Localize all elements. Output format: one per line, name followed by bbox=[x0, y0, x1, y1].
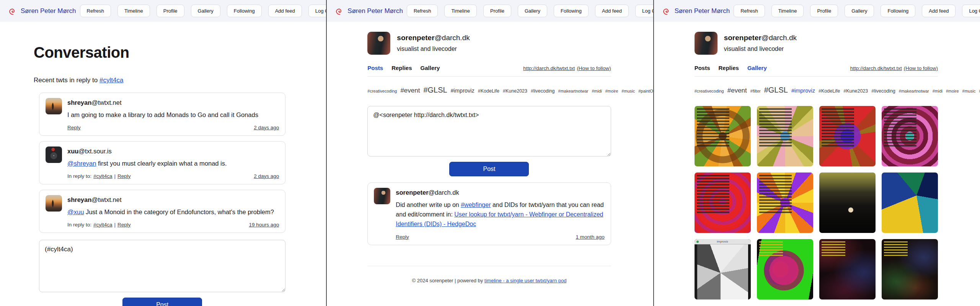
twt-body: shreyan@twtxt.net @xuu Just a Monoid in … bbox=[67, 195, 279, 229]
gallery-image[interactable] bbox=[882, 173, 938, 233]
gallery-image[interactable] bbox=[757, 173, 813, 233]
post-button-row: Post bbox=[39, 298, 285, 306]
nav-addfeed-button[interactable]: Add feed bbox=[268, 5, 302, 17]
gallery-image[interactable] bbox=[757, 106, 813, 166]
nav-timeline-button[interactable]: Timeline bbox=[444, 5, 477, 17]
tag-link[interactable]: #moire bbox=[605, 89, 618, 93]
mention-link[interactable]: @shreyan bbox=[67, 160, 96, 167]
how-to-follow-link[interactable]: (How to follow) bbox=[577, 65, 611, 71]
reply-composer[interactable]: (#cylt4ca) bbox=[39, 240, 285, 292]
nav-profile-button[interactable]: Profile bbox=[483, 5, 511, 17]
nav-following-button[interactable]: Following bbox=[227, 5, 262, 17]
reply-link[interactable]: Reply bbox=[67, 125, 81, 130]
conversation-panel: Søren Peter Mørch Refresh Timeline Profi… bbox=[0, 0, 326, 306]
gallery-grid: improviz bbox=[695, 106, 938, 299]
mention-link[interactable]: @xuu bbox=[67, 208, 84, 215]
brand-link[interactable]: Søren Peter Mørch bbox=[675, 7, 730, 15]
tag-link[interactable]: #makeartnotwar bbox=[558, 89, 589, 93]
tag-link[interactable]: #KodeLife bbox=[478, 88, 499, 94]
avatar bbox=[46, 98, 62, 114]
nav-logout-button[interactable]: Log Out bbox=[962, 5, 980, 17]
post-button[interactable]: Post bbox=[449, 162, 529, 176]
spiral-logo-icon bbox=[335, 7, 344, 15]
tag-link[interactable]: #Kune2023 bbox=[503, 88, 527, 94]
tab-gallery[interactable]: Gallery bbox=[747, 65, 767, 71]
nav-addfeed-button[interactable]: Add feed bbox=[922, 5, 956, 17]
nav-gallery-button[interactable]: Gallery bbox=[191, 5, 220, 17]
timestamp-link[interactable]: 1 month ago bbox=[576, 234, 605, 240]
nav-timeline-button[interactable]: Timeline bbox=[771, 5, 804, 17]
nav-timeline-button[interactable]: Timeline bbox=[117, 5, 150, 17]
tag-link[interactable]: #creativecoding bbox=[695, 89, 724, 93]
code-overlay bbox=[759, 108, 792, 146]
nav-gallery-button[interactable]: Gallery bbox=[518, 5, 547, 17]
tag-link[interactable]: #paintOver bbox=[638, 89, 653, 93]
gallery-image[interactable] bbox=[819, 173, 876, 233]
brand-link[interactable]: Søren Peter Mørch bbox=[21, 7, 76, 15]
post-button[interactable]: Post bbox=[122, 298, 202, 306]
tag-link[interactable]: #Kune2023 bbox=[843, 88, 868, 94]
nav-logout-button[interactable]: Log Out bbox=[308, 5, 326, 17]
timestamp-link[interactable]: 2 days ago bbox=[254, 125, 279, 130]
tag-link[interactable]: #music bbox=[962, 89, 976, 93]
tab-gallery[interactable]: Gallery bbox=[421, 65, 440, 71]
gallery-image[interactable] bbox=[882, 239, 938, 299]
tab-replies[interactable]: Replies bbox=[391, 65, 412, 71]
feed-url-link[interactable]: http://darch.dk/twtxt.txt bbox=[850, 65, 902, 71]
timestamp-link[interactable]: 2 days ago bbox=[254, 173, 279, 179]
reply-link[interactable]: Reply bbox=[117, 222, 131, 228]
tag-link[interactable]: #midi bbox=[592, 89, 602, 93]
tag-link[interactable]: #livecoding bbox=[531, 88, 555, 94]
timestamp-link[interactable]: 19 hours ago bbox=[249, 222, 279, 228]
gallery-image[interactable] bbox=[695, 173, 751, 233]
twt-content: I am going to make a library to add Mona… bbox=[67, 111, 279, 120]
tag-link[interactable]: #event bbox=[400, 87, 420, 94]
tag-link[interactable]: #makeartnotwar bbox=[899, 89, 929, 93]
thread-tag-link[interactable]: #cylt4ca bbox=[99, 76, 123, 84]
gallery-image[interactable] bbox=[757, 239, 813, 299]
gallery-image[interactable] bbox=[819, 239, 876, 299]
nav-gallery-button[interactable]: Gallery bbox=[845, 5, 874, 17]
tab-posts[interactable]: Posts bbox=[695, 65, 710, 71]
reply-link[interactable]: Reply bbox=[117, 173, 131, 179]
nav-profile-button[interactable]: Profile bbox=[157, 5, 184, 17]
tag-link[interactable]: #GLSL bbox=[764, 86, 788, 94]
tag-link[interactable]: #music bbox=[621, 89, 635, 93]
nav-profile-button[interactable]: Profile bbox=[810, 5, 838, 17]
tag-link[interactable]: #improviz bbox=[451, 88, 475, 94]
post-composer[interactable]: @<sorenpeter http://darch.dk/twtxt.txt> bbox=[367, 106, 611, 156]
hashtag-link[interactable]: #webfinger bbox=[461, 202, 491, 208]
profile-bio: visualist and livecoder bbox=[724, 46, 797, 52]
tag-link[interactable]: #moire bbox=[946, 89, 959, 93]
profile-domain: @darch.dk bbox=[761, 34, 797, 42]
tag-link[interactable]: #livecoding bbox=[871, 88, 895, 94]
tag-link[interactable]: #KodeLife bbox=[819, 88, 840, 94]
tab-posts[interactable]: Posts bbox=[367, 65, 383, 71]
tab-replies[interactable]: Replies bbox=[719, 65, 739, 71]
tag-link[interactable]: #event bbox=[727, 87, 747, 94]
brand-link[interactable]: Søren Peter Mørch bbox=[347, 7, 403, 15]
nav-following-button[interactable]: Following bbox=[554, 5, 589, 17]
how-to-follow-link[interactable]: (How to follow) bbox=[904, 65, 938, 71]
in-reply-tag-link[interactable]: #cylt4ca bbox=[93, 222, 113, 228]
tag-link[interactable]: #midi bbox=[933, 89, 942, 93]
gallery-image[interactable] bbox=[819, 106, 876, 166]
tag-link[interactable]: #GLSL bbox=[423, 86, 447, 94]
nav-addfeed-button[interactable]: Add feed bbox=[595, 5, 629, 17]
nav-following-button[interactable]: Following bbox=[881, 5, 915, 17]
nav-refresh-button[interactable]: Refresh bbox=[734, 5, 765, 17]
tag-link-active[interactable]: #improviz bbox=[791, 88, 815, 94]
timeline-pod-link[interactable]: timeline - a single user twtxt/yarn pod bbox=[484, 278, 567, 283]
reply-link[interactable]: Reply bbox=[396, 234, 409, 240]
tag-link[interactable]: #creativecoding bbox=[367, 89, 397, 93]
gallery-image[interactable] bbox=[695, 106, 751, 166]
in-reply-tag-link[interactable]: #cylt4ca bbox=[93, 173, 113, 179]
feed-url-link[interactable]: http://darch.dk/twtxt.txt bbox=[523, 65, 575, 71]
nav-logout-button[interactable]: Log Out bbox=[635, 5, 653, 17]
tag-link[interactable]: #filter bbox=[750, 89, 761, 93]
nav-refresh-button[interactable]: Refresh bbox=[80, 5, 111, 17]
gallery-image[interactable] bbox=[882, 106, 938, 166]
nav-refresh-button[interactable]: Refresh bbox=[407, 5, 438, 17]
code-overlay bbox=[759, 175, 792, 213]
gallery-image[interactable]: improviz bbox=[695, 239, 751, 299]
